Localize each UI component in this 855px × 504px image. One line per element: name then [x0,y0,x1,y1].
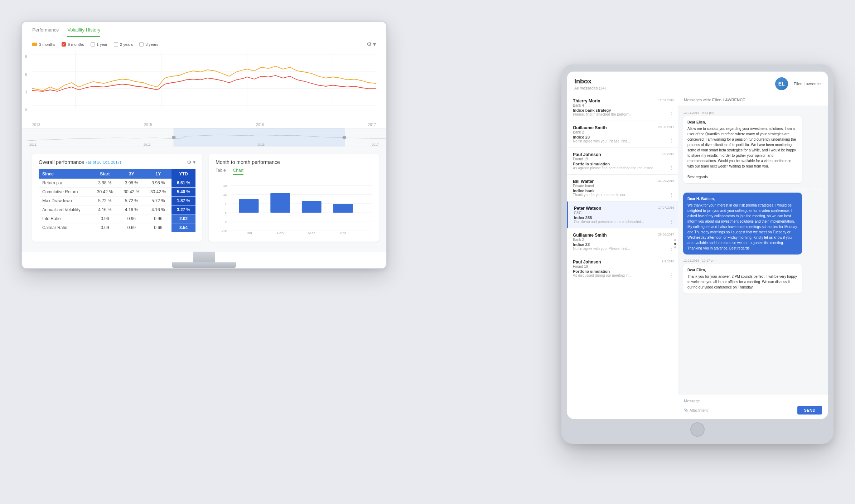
overall-performance-panel: Overall performance (as of 26 Oct. 2017)… [32,154,202,242]
table-row: Max Drawdown 5.72 % 5.72 % 5.72 % 1.87 % [39,197,195,205]
tablet-screen: Inbox All messages (34) EL Ellen Lawrenc… [567,72,828,419]
overall-perf-gear-icon[interactable]: ⚙ ▾ [187,159,195,165]
legend-2years-checkbox[interactable] [114,42,118,47]
message-menu-icon[interactable]: ⋮ [669,246,674,251]
bar-chart-area: 15 10 5 0 -5 -10 Jan Feb M [216,179,372,236]
chat-bubble: Dear Ellen, Allow me to contact you rega… [683,116,802,183]
legend-3years[interactable]: 3 years [139,42,158,47]
svg-point-10 [342,136,346,139]
svg-text:-5: -5 [224,220,227,224]
tab-table[interactable]: Table [216,168,226,175]
message-menu-icon[interactable]: ⋮ [669,272,674,278]
tab-performance[interactable]: Performance [32,27,59,37]
chat-input-area: Message 📎 Attachment SEND [678,394,828,419]
th-start: Start [92,169,119,179]
legend-3months[interactable]: 3 months [32,42,55,47]
svg-text:Feb: Feb [277,231,284,235]
stand-neck [193,252,215,262]
svg-rect-26 [333,204,353,213]
table-row: Annualized Volatility 4.16 % 4.16 % 4.16… [39,205,195,214]
table-row: Return p.a 3.98 % 3.98 % 3.98 % 6.61 % [39,179,195,188]
chat-bubble-sent: Dear H. Watson, We thank for your intere… [683,193,802,255]
message-menu-icon[interactable]: ⋮ [669,111,674,117]
svg-rect-25 [302,201,322,213]
monitor-device: Performance Volatility History 3 months … [21,21,387,269]
chat-panel: Messages with: Ellen LAWRENCE 12.01.2016… [678,94,828,419]
volatility-chart-svg [32,51,376,116]
chat-messages: 12.01.2016 9:54 pm Dear Ellen, Allow me … [678,106,828,394]
month-perf-title: Month to month performance [216,159,372,165]
user-avatar: EL [775,77,788,90]
th-ytd: YTD [172,169,195,179]
legend-3months-color [32,43,37,46]
monitor-screen: Performance Volatility History 3 months … [22,22,386,252]
attachment-area[interactable]: 📎 Attachment [684,408,708,412]
table-row: Cumulative Return 30.42 % 30.42 % 30.42 … [39,188,195,197]
svg-rect-24 [270,193,290,213]
performance-table: Since Start 3Y 1Y YTD Return p.a 3.98 % … [39,169,195,232]
svg-point-9 [172,136,176,139]
overall-perf-header: Overall performance (as of 26 Oct. 2017)… [39,159,195,165]
message-menu-icon[interactable]: ⋮ [669,165,674,171]
list-item[interactable]: Guillaume Smith Bank 2 Indice 23 No fin … [567,228,678,255]
paperclip-icon: 📎 [684,408,688,412]
inbox-user-area: EL Ellen Lawrence [775,77,821,90]
svg-text:5: 5 [225,202,227,205]
send-button[interactable]: SEND [797,406,822,415]
legend-3years-checkbox[interactable] [139,42,144,47]
message-menu-icon[interactable]: ⋮ [669,219,674,224]
svg-text:15: 15 [223,184,228,188]
list-item[interactable]: Thierry Morin Bank 4 Indice bank strateg… [567,94,678,121]
list-item-active[interactable]: Peter Watson C&C Index 255 Our demo and … [567,202,678,228]
user-name: Ellen Lawrence [794,82,821,86]
tab-volatility-history[interactable]: Volatility History [67,27,100,37]
legend-6months[interactable]: ✓ 6 months [62,42,84,47]
legend-1year-checkbox[interactable] [91,42,95,47]
x-axis: 2013 2015 2016 2017 [22,123,386,128]
chat-message-received: 12.01.2016 9:54 pm Dear Ellen, Allow me … [683,111,823,183]
tablet-device: Inbox All messages (34) EL Ellen Lawrenc… [561,64,834,444]
bottom-panels: Overall performance (as of 26 Oct. 2017)… [22,146,386,252]
stand-base [172,262,236,268]
svg-text:-10: -10 [222,229,227,233]
tablet-home-button[interactable] [690,422,705,437]
th-since: Since [39,169,92,179]
table-row: Calmar Ratio 0.69 0.69 0.69 3.54 [39,223,195,232]
svg-rect-23 [239,199,259,213]
list-item[interactable]: Guillaume Smith Bank 2 Indice 23 No fin … [567,121,678,148]
inbox-subtitle: All messages (34) [574,86,606,90]
tablet-content: Thierry Morin Bank 4 Indice bank strateg… [567,94,828,419]
svg-text:10: 10 [223,193,228,197]
month-performance-panel: Month to month performance Table Chart [209,154,379,242]
list-item[interactable]: Bill Walter Private found Indice bank Th… [567,175,678,202]
message-menu-icon[interactable]: ⋮ [669,192,674,198]
inbox-title: Inbox [574,78,606,85]
legend-2years[interactable]: 2 years [114,42,133,47]
range-selector[interactable]: 2011 2013 2015 2017 [22,128,386,146]
svg-text:Apr: Apr [340,231,346,235]
chat-message-received2: 12.21.2016 10:17 pm Dear Ellen, Thank yo… [683,259,823,294]
message-input-label: Message [684,399,822,403]
legend-6months-checkbox[interactable]: ✓ [62,42,66,47]
message-list: Thierry Morin Bank 4 Indice bank strateg… [567,94,678,419]
message-menu-icon[interactable]: ⋮ [669,138,674,144]
y-axis: 9 6 3 0 [25,55,27,112]
list-item[interactable]: Paul Johnson Found 19 Portfolio simulati… [567,255,678,282]
legend-1year[interactable]: 1 year [91,42,108,47]
chat-bubble: Dear Ellen, Thank you for your answer. 2… [683,264,802,294]
monitor-stand [22,252,386,268]
svg-text:Jan: Jan [246,231,252,235]
chat-message-sent: 12.21.2016 9:04 pm Dear H. Watson, We th… [683,188,823,255]
th-3y: 3Y [118,169,145,179]
inbox-title-area: Inbox All messages (34) [574,78,606,90]
month-tabs: Table Chart [216,168,372,175]
table-row: Info Ratio 0.96 0.96 0.96 2.02 [39,214,195,223]
list-item[interactable]: Paul Johnson Found 19 Portfolio simulati… [567,148,678,175]
svg-text:0: 0 [225,211,227,215]
chat-attachment-row: 📎 Attachment SEND [684,406,822,415]
tab-chart[interactable]: Chart [233,168,243,175]
volatility-chart: 9 6 3 0 [22,51,386,123]
chart-settings-icon[interactable]: ⚙ ▾ [367,41,376,48]
chat-header: Messages with: Ellen LAWRENCE [678,94,828,106]
svg-text:Mar: Mar [308,231,315,235]
